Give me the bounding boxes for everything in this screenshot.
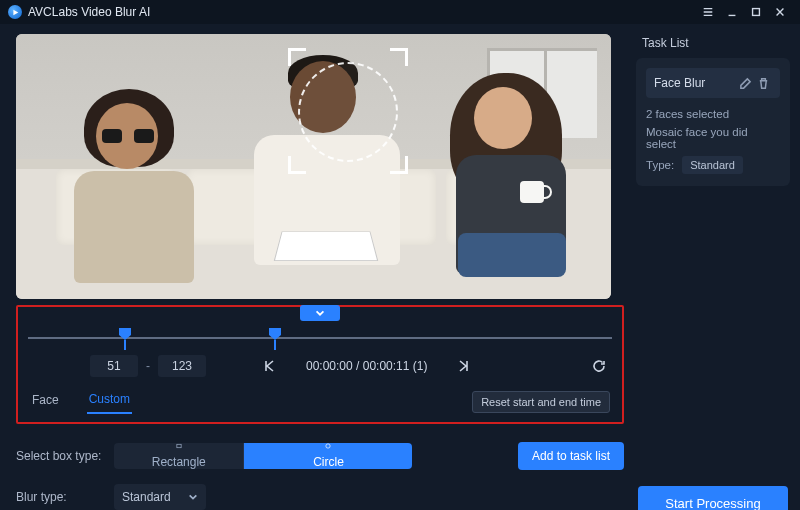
timeline[interactable] [28, 325, 612, 349]
menu-button[interactable] [696, 0, 720, 24]
shape-circle-label: Circle [313, 455, 344, 469]
playback-row: - 00:00:00 / 00:00:11 (1) [22, 351, 618, 381]
close-button[interactable] [768, 0, 792, 24]
app-title: AVCLabs Video Blur AI [28, 5, 150, 19]
edit-task-button[interactable] [736, 74, 754, 92]
face-selection-circle[interactable] [298, 62, 398, 162]
svg-rect-1 [177, 444, 181, 447]
blur-type-row: Blur type: Standard [16, 484, 624, 510]
timeline-expand-button[interactable] [300, 305, 340, 321]
tab-face[interactable]: Face [30, 390, 61, 413]
timeline-controls-highlight: - 00:00:00 / 00:00:11 (1) [16, 305, 624, 424]
minimize-button[interactable] [720, 0, 744, 24]
maximize-button[interactable] [744, 0, 768, 24]
app-window: AVCLabs Video Blur AI [0, 0, 800, 510]
reset-time-icon[interactable] [588, 355, 610, 377]
task-description: Mosaic face you did select [646, 126, 780, 150]
task-type-value: Standard [682, 156, 743, 174]
select-box-label: Select box type: [16, 449, 114, 463]
options: Select box type: Rectangle Circle Add to… [16, 442, 624, 510]
shape-rectangle-label: Rectangle [152, 455, 206, 469]
app-logo-icon [8, 5, 22, 19]
start-frame-input[interactable] [90, 355, 138, 377]
task-panel: Task List Face Blur 2 faces selected Mos… [632, 24, 800, 510]
reset-range-button[interactable]: Reset start and end time [472, 391, 610, 413]
next-frame-button[interactable] [453, 355, 475, 377]
task-panel-title: Task List [642, 36, 790, 50]
prev-frame-button[interactable] [258, 355, 280, 377]
chevron-down-icon [188, 492, 198, 502]
task-type-row: Type: Standard [646, 156, 780, 174]
delete-task-button[interactable] [754, 74, 772, 92]
timeline-track[interactable] [28, 337, 612, 339]
range-start-marker[interactable] [118, 327, 132, 341]
timecode: 00:00:00 / 00:00:11 (1) [306, 359, 427, 373]
task-card: Face Blur 2 faces selected Mosaic face y… [636, 58, 790, 186]
left-pane: - 00:00:00 / 00:00:11 (1) [0, 24, 632, 510]
mode-tabs-row: Face Custom Reset start and end time [22, 381, 618, 418]
select-box-row: Select box type: Rectangle Circle Add to… [16, 442, 624, 470]
task-name: Face Blur [654, 76, 736, 90]
add-to-task-list-button[interactable]: Add to task list [518, 442, 624, 470]
svg-rect-0 [753, 9, 760, 16]
blur-type-select[interactable]: Standard [114, 484, 206, 510]
task-faces-count: 2 faces selected [646, 108, 780, 120]
svg-point-2 [326, 444, 330, 448]
blur-type-value: Standard [122, 490, 171, 504]
main: - 00:00:00 / 00:00:11 (1) [0, 24, 800, 510]
range-end-marker[interactable] [268, 327, 282, 341]
tab-custom[interactable]: Custom [87, 389, 132, 414]
task-type-label: Type: [646, 159, 674, 171]
range-dash: - [146, 359, 150, 373]
shape-circle-button[interactable]: Circle [244, 443, 412, 469]
shape-rectangle-button[interactable]: Rectangle [114, 443, 244, 469]
task-header: Face Blur [646, 68, 780, 98]
blur-type-label: Blur type: [16, 490, 114, 504]
end-frame-input[interactable] [158, 355, 206, 377]
titlebar: AVCLabs Video Blur AI [0, 0, 800, 24]
start-processing-button[interactable]: Start Processing [638, 486, 788, 510]
video-preview[interactable] [16, 34, 611, 299]
